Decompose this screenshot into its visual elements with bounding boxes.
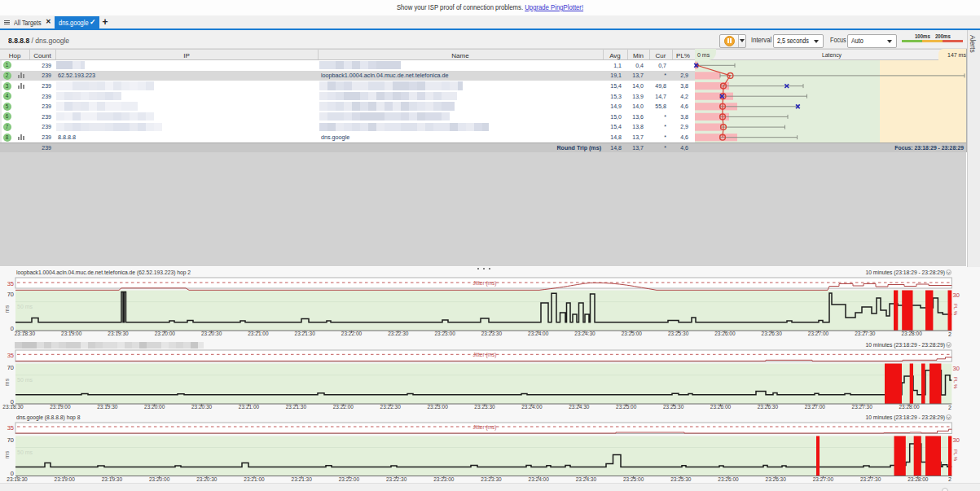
svg-text:23:19:00: 23:19:00 — [61, 331, 82, 336]
svg-text:23:26:30: 23:26:30 — [758, 404, 779, 410]
svg-text:23:24:00: 23:24:00 — [521, 404, 543, 410]
svg-text:23:27:00: 23:27:00 — [813, 476, 834, 482]
svg-text:23:22:30: 23:22:30 — [386, 476, 407, 482]
svg-text:23:21:00: 23:21:00 — [239, 404, 260, 410]
svg-text:23:23:30: 23:23:30 — [481, 331, 503, 336]
svg-text:23:26:00: 23:26:00 — [718, 476, 739, 482]
svg-text:23:27:30: 23:27:30 — [852, 404, 873, 410]
svg-text:23:27:30: 23:27:30 — [860, 476, 881, 482]
svg-text:23:20:30: 23:20:30 — [191, 404, 213, 410]
svg-text:23:25:30: 23:25:30 — [670, 476, 692, 482]
svg-text:23:26:00: 23:26:00 — [714, 331, 736, 336]
svg-text:23:21:30: 23:21:30 — [292, 476, 313, 482]
svg-text:23:25:00: 23:25:00 — [622, 331, 643, 336]
svg-text:23:24:30: 23:24:30 — [576, 476, 597, 482]
svg-text:23:22:30: 23:22:30 — [380, 404, 402, 410]
svg-text:2: 2 — [948, 476, 951, 482]
svg-text:23:25:00: 23:25:00 — [623, 476, 644, 482]
svg-text:23:21:00: 23:21:00 — [248, 331, 269, 336]
svg-text:23:26:30: 23:26:30 — [766, 476, 787, 482]
svg-text:23:19:00: 23:19:00 — [55, 476, 76, 482]
svg-text:23:18:30: 23:18:30 — [15, 331, 36, 336]
svg-text:Jitter (ms): Jitter (ms) — [473, 352, 497, 358]
svg-text:Jitter (ms): Jitter (ms) — [473, 424, 497, 431]
svg-text:23:19:30: 23:19:30 — [102, 476, 123, 482]
svg-text:23:19:30: 23:19:30 — [108, 331, 129, 336]
svg-text:23:23:00: 23:23:00 — [434, 331, 455, 336]
svg-text:23:24:00: 23:24:00 — [529, 476, 550, 482]
svg-text:23:23:00: 23:23:00 — [427, 404, 448, 410]
svg-text:2: 2 — [948, 405, 951, 410]
svg-text:23:25:30: 23:25:30 — [663, 404, 684, 410]
svg-text:23:27:00: 23:27:00 — [808, 331, 829, 336]
svg-text:23:19:00: 23:19:00 — [50, 404, 71, 410]
svg-text:23:23:30: 23:23:30 — [481, 476, 502, 482]
svg-text:23:23:00: 23:23:00 — [433, 476, 455, 482]
svg-text:23:27:00: 23:27:00 — [805, 404, 826, 410]
svg-text:23:24:30: 23:24:30 — [574, 331, 595, 336]
svg-text:23:25:30: 23:25:30 — [668, 331, 689, 336]
svg-text:2: 2 — [948, 331, 951, 337]
svg-text:23:20:00: 23:20:00 — [155, 331, 176, 336]
svg-text:23:20:30: 23:20:30 — [201, 331, 222, 336]
svg-text:23:28:00: 23:28:00 — [899, 404, 920, 410]
svg-text:23:20:00: 23:20:00 — [144, 404, 165, 410]
svg-text:23:23:30: 23:23:30 — [474, 404, 495, 410]
svg-text:23:24:30: 23:24:30 — [569, 404, 590, 410]
svg-text:23:22:00: 23:22:00 — [341, 331, 363, 336]
svg-text:23:21:30: 23:21:30 — [295, 331, 316, 336]
svg-text:23:22:30: 23:22:30 — [388, 331, 409, 336]
svg-text:50 ms: 50 ms — [17, 377, 33, 383]
svg-text:23:20:00: 23:20:00 — [149, 476, 170, 482]
svg-text:50 ms: 50 ms — [17, 304, 33, 309]
svg-text:23:21:00: 23:21:00 — [244, 476, 265, 482]
svg-text:Jitter (ms): Jitter (ms) — [473, 280, 497, 287]
svg-text:50 ms: 50 ms — [17, 449, 33, 455]
svg-text:23:26:00: 23:26:00 — [710, 404, 732, 410]
svg-text:23:22:00: 23:22:00 — [339, 476, 360, 482]
svg-text:23:28:00: 23:28:00 — [901, 331, 922, 336]
svg-text:23:28:00: 23:28:00 — [907, 476, 929, 482]
svg-text:23:20:30: 23:20:30 — [196, 476, 218, 482]
svg-text:23:25:00: 23:25:00 — [616, 404, 637, 410]
svg-text:23:24:00: 23:24:00 — [528, 331, 549, 336]
svg-text:23:19:30: 23:19:30 — [97, 404, 118, 410]
svg-text:23:27:30: 23:27:30 — [855, 331, 876, 336]
svg-text:23:21:30: 23:21:30 — [286, 404, 307, 410]
svg-text:23:26:30: 23:26:30 — [762, 331, 783, 336]
svg-text:23:22:00: 23:22:00 — [333, 404, 354, 410]
